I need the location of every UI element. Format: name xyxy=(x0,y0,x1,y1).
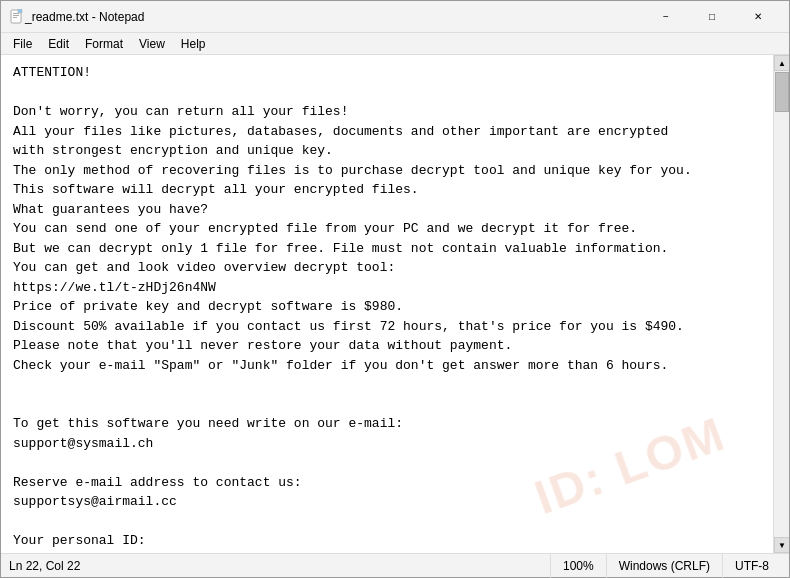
text-area-wrapper: ID: LOM ▲ ▼ xyxy=(1,55,789,553)
window-controls: − □ ✕ xyxy=(643,1,781,33)
minimize-button[interactable]: − xyxy=(643,1,689,33)
scrollbar-vertical[interactable]: ▲ ▼ xyxy=(773,55,789,553)
scroll-up-button[interactable]: ▲ xyxy=(774,55,789,71)
notepad-window: _readme.txt - Notepad − □ ✕ File Edit Fo… xyxy=(0,0,790,578)
close-button[interactable]: ✕ xyxy=(735,1,781,33)
scroll-down-button[interactable]: ▼ xyxy=(774,537,789,553)
menu-edit[interactable]: Edit xyxy=(40,33,77,54)
maximize-button[interactable]: □ xyxy=(689,1,735,33)
menu-help[interactable]: Help xyxy=(173,33,214,54)
menu-bar: File Edit Format View Help xyxy=(1,33,789,55)
status-line-ending: Windows (CRLF) xyxy=(606,554,722,578)
status-line-col: Ln 22, Col 22 xyxy=(9,559,550,573)
scrollbar-thumb[interactable] xyxy=(775,72,789,112)
svg-rect-4 xyxy=(18,9,22,13)
status-right: 100% Windows (CRLF) UTF-8 xyxy=(550,554,781,578)
app-icon xyxy=(9,9,25,25)
status-zoom: 100% xyxy=(550,554,606,578)
title-bar: _readme.txt - Notepad − □ ✕ xyxy=(1,1,789,33)
svg-rect-2 xyxy=(13,15,19,16)
scrollbar-track[interactable] xyxy=(774,71,789,537)
menu-format[interactable]: Format xyxy=(77,33,131,54)
status-encoding: UTF-8 xyxy=(722,554,781,578)
status-bar: Ln 22, Col 22 100% Windows (CRLF) UTF-8 xyxy=(1,553,789,577)
menu-view[interactable]: View xyxy=(131,33,173,54)
text-editor[interactable] xyxy=(1,55,773,553)
svg-rect-3 xyxy=(13,17,17,18)
window-title: _readme.txt - Notepad xyxy=(25,10,643,24)
menu-file[interactable]: File xyxy=(5,33,40,54)
